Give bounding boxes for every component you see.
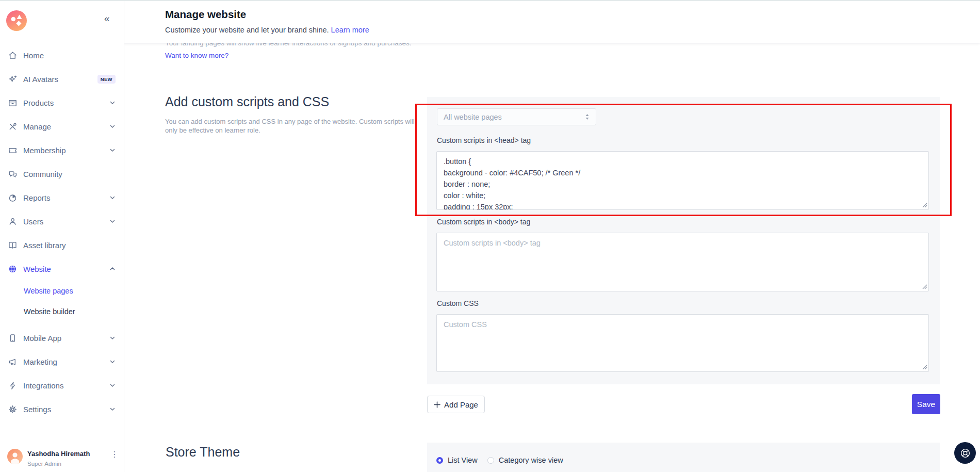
custom-css-label: Custom CSS xyxy=(437,299,479,307)
sidebar-subitem-label: Website builder xyxy=(24,307,75,316)
custom-css-textarea[interactable] xyxy=(436,314,929,372)
custom-css-field-wrap xyxy=(436,314,929,372)
chevron-down-icon xyxy=(109,123,116,129)
page-subtitle: Customize your website and let your bran… xyxy=(165,26,369,34)
sidebar-item-community[interactable]: Community xyxy=(0,162,124,186)
sidebar-item-label: Manage xyxy=(23,122,51,131)
membership-icon xyxy=(8,145,18,155)
scripts-section-description: You can add custom scripts and CSS in an… xyxy=(165,117,416,135)
life-ring-icon xyxy=(959,447,971,459)
products-icon xyxy=(8,98,18,108)
chevron-down-icon xyxy=(109,335,116,341)
nav-spacer xyxy=(0,322,124,326)
sidebar-item-settings[interactable]: Settings xyxy=(0,397,124,421)
body-scripts-textarea[interactable] xyxy=(436,233,929,291)
head-scripts-field-wrap: .button { background - color: #4CAF50; /… xyxy=(436,151,929,210)
sidebar-item-manage[interactable]: Manage xyxy=(0,115,124,138)
sidebar-item-mobile-app[interactable]: Mobile App xyxy=(0,326,124,350)
user-role: Super Admin xyxy=(27,461,61,467)
body-scripts-label: Custom scripts in <body> tag xyxy=(437,218,530,226)
sidebar-subitem-label: Website pages xyxy=(24,287,73,295)
community-icon xyxy=(8,169,18,179)
sort-arrows-icon xyxy=(585,113,590,120)
chevron-down-icon xyxy=(109,147,116,153)
sidebar-item-asset-library[interactable]: Asset library xyxy=(0,233,124,257)
add-page-label: Add Page xyxy=(444,400,478,409)
add-page-button[interactable]: Add Page xyxy=(427,396,485,413)
manage-icon xyxy=(8,122,18,132)
category-wise-view-radio[interactable] xyxy=(487,457,494,464)
sidebar-item-label: Integrations xyxy=(23,381,63,390)
chevron-down-icon xyxy=(109,218,116,224)
sidebar: « Home AI Avatars NEW Products xyxy=(0,0,124,472)
chevron-up-icon xyxy=(109,266,116,272)
save-button[interactable]: Save xyxy=(912,394,940,414)
sidebar-item-marketing[interactable]: Marketing xyxy=(0,350,124,373)
page-selector-value: All website pages xyxy=(444,113,585,121)
page-header: Manage website Customize your website an… xyxy=(124,0,980,43)
mobile-app-icon xyxy=(8,333,18,343)
sidebar-item-website[interactable]: Website xyxy=(0,257,124,281)
list-view-label[interactable]: List View xyxy=(448,456,478,464)
new-badge: NEW xyxy=(97,75,116,84)
learn-more-link[interactable]: Learn more xyxy=(331,26,369,34)
chevron-down-icon xyxy=(109,382,116,388)
sidebar-item-label: Products xyxy=(23,99,54,107)
want-to-know-more-link[interactable]: Want to know more? xyxy=(165,52,228,59)
user-menu-dots-icon[interactable]: ⋮ xyxy=(107,449,122,460)
home-icon xyxy=(8,51,18,60)
sidebar-item-label: Community xyxy=(23,170,62,178)
store-theme-options: List View Category wise view xyxy=(436,456,568,464)
sidebar-item-reports[interactable]: Reports xyxy=(0,186,124,209)
chevron-down-icon xyxy=(109,100,116,106)
head-scripts-textarea[interactable]: .button { background - color: #4CAF50; /… xyxy=(436,151,929,210)
sidebar-nav: Home AI Avatars NEW Products xyxy=(0,43,124,421)
store-theme-heading: Store Theme xyxy=(166,445,240,460)
sidebar-item-label: Marketing xyxy=(23,357,57,366)
reports-icon xyxy=(8,193,18,203)
sidebar-item-integrations[interactable]: Integrations xyxy=(0,373,124,397)
sidebar-item-label: Mobile App xyxy=(23,334,61,343)
avatar xyxy=(7,449,23,464)
integrations-icon xyxy=(8,381,18,390)
scripts-section-heading: Add custom scripts and CSS xyxy=(165,94,329,109)
website-globe-icon xyxy=(8,264,18,274)
plus-icon xyxy=(434,401,440,408)
list-view-radio[interactable] xyxy=(436,457,443,464)
settings-gear-icon xyxy=(8,404,18,414)
ai-avatars-icon xyxy=(8,74,18,84)
chevron-down-icon xyxy=(109,359,116,365)
sidebar-item-membership[interactable]: Membership xyxy=(0,138,124,162)
sidebar-item-ai-avatars[interactable]: AI Avatars NEW xyxy=(0,67,124,91)
body-scripts-field-wrap xyxy=(436,233,929,291)
category-wise-view-label[interactable]: Category wise view xyxy=(499,456,563,464)
sidebar-item-label: Asset library xyxy=(23,241,66,250)
sidebar-item-users[interactable]: Users xyxy=(0,209,124,233)
sidebar-item-website-pages[interactable]: Website pages xyxy=(0,281,124,301)
brand-logo-icon[interactable] xyxy=(6,10,27,31)
sidebar-item-label: Website xyxy=(23,265,51,273)
app-window: « Home AI Avatars NEW Products xyxy=(0,0,980,472)
sidebar-item-label: Users xyxy=(23,217,43,226)
user-profile[interactable]: Yashodha Hiremath Super Admin ⋮ xyxy=(0,444,124,472)
sidebar-item-label: Home xyxy=(23,51,44,60)
user-name: Yashodha Hiremath xyxy=(27,450,90,458)
head-scripts-label: Custom scripts in <head> tag xyxy=(437,136,531,144)
users-icon xyxy=(8,217,18,226)
sidebar-item-label: Settings xyxy=(23,405,51,414)
sidebar-item-products[interactable]: Products xyxy=(0,91,124,115)
page-title: Manage website xyxy=(165,8,246,21)
sidebar-item-website-builder[interactable]: Website builder xyxy=(0,301,124,322)
sidebar-item-label: Reports xyxy=(23,193,51,202)
sidebar-item-label: Membership xyxy=(23,146,66,155)
marketing-icon xyxy=(8,357,18,367)
help-fab-button[interactable] xyxy=(954,442,976,464)
asset-library-icon xyxy=(8,240,18,250)
chevron-down-icon xyxy=(109,194,116,201)
sidebar-item-home[interactable]: Home xyxy=(0,43,124,67)
chevron-down-icon xyxy=(109,406,116,412)
sidebar-collapse-button[interactable]: « xyxy=(104,13,110,23)
page-selector-dropdown[interactable]: All website pages xyxy=(437,108,596,125)
sidebar-item-label: AI Avatars xyxy=(23,75,58,84)
